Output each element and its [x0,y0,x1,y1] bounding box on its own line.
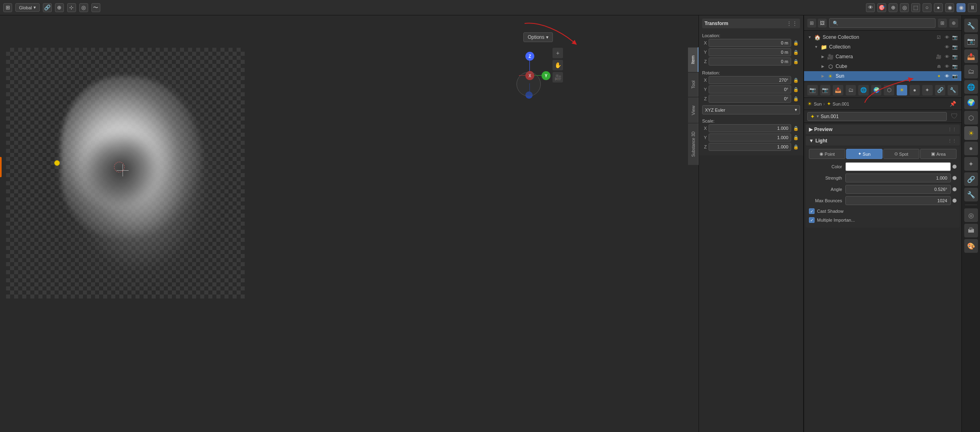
collection-cam[interactable]: 📷 [952,44,958,50]
ri-constraints-icon[interactable]: 🔗 [964,172,978,186]
outliner-filter-icon[interactable]: ⊞ [938,19,947,28]
sun-cam[interactable]: 📷 [952,74,958,79]
prop-view-layer-icon[interactable]: 🗂 [846,85,856,95]
ri-particles-icon[interactable]: ✦ [964,157,978,171]
scale-y-field[interactable] [709,133,791,142]
prop-output-icon[interactable]: 📤 [833,85,843,95]
sidebar-tab-substance[interactable]: Substance 3D [688,123,698,165]
scene-collection-check[interactable]: ☑ [936,35,942,40]
proportional-icon[interactable]: ◎ [79,3,88,12]
collection-eye[interactable]: 👁 [944,44,950,49]
multiple-importance-checkbox[interactable]: ✓ [809,217,815,223]
ri-scene2-icon[interactable]: 🌐 [964,80,978,94]
rot-z-lock[interactable]: 🔒 [792,95,800,103]
camera-icon[interactable]: 🎥 [552,72,563,83]
wireframe-icon[interactable]: ○ [923,3,931,12]
sun-eye[interactable]: 👁 [944,74,950,78]
ri-output-icon[interactable]: 📤 [964,49,978,63]
pause-icon[interactable]: ⏸ [968,3,977,12]
pin-icon[interactable]: 📌 [948,99,958,109]
pan-icon[interactable]: ✋ [552,60,563,70]
outliner-add-icon[interactable]: ⊕ [949,19,958,28]
nav-z-button[interactable]: Z [525,52,534,61]
rotation-mode-dropdown[interactable]: XYZ Euler ▾ [702,105,800,114]
prop-object-data-icon[interactable]: ☀ [897,85,907,95]
cube-eye[interactable]: 👁 [944,64,950,69]
data-name-dropdown-icon[interactable]: ▾ [817,114,819,119]
link-icon[interactable]: 🔗 [43,3,52,12]
tree-cube[interactable]: ▶ ⬡ Cube ⋒ 👁 📷 [804,61,961,71]
viewport-shading-icon[interactable]: 🎯 [877,3,886,12]
global-dropdown[interactable]: Global ▾ [15,3,40,12]
cast-shadow-checkbox[interactable]: ✓ [809,208,815,214]
prop-world-icon[interactable]: 🌍 [871,85,882,95]
sidebar-tab-tool[interactable]: Tool [688,72,698,97]
loc-z-field[interactable] [709,57,791,66]
prop-object-icon[interactable]: ⬡ [884,85,894,95]
options-button[interactable]: Options ▾ [523,32,553,42]
ri-world-icon[interactable]: 🌍 [964,95,978,109]
gizmo-icon[interactable]: ◎ [900,3,909,12]
prop-particles-icon[interactable]: ✦ [922,85,933,95]
scale-x-field[interactable] [709,124,791,132]
max-bounces-field[interactable]: 1024 [845,196,951,205]
ri-tools-icon[interactable]: 🔧 [964,19,978,32]
color-field[interactable] [845,162,951,171]
prop-constraints-icon[interactable]: 🔗 [935,85,946,95]
loc-x-field[interactable] [709,39,791,47]
prop-material-icon[interactable]: ● [910,85,920,95]
ri-extra3-icon[interactable]: 🎨 [964,239,978,253]
camera-eye[interactable]: 👁 [944,54,950,59]
scene-collection-cam[interactable]: 📷 [952,35,958,40]
loc-y-field[interactable] [709,48,791,56]
angle-field[interactable]: 0.526° [845,185,951,194]
scale-x-lock[interactable]: 🔒 [792,124,800,132]
scale-y-lock[interactable]: 🔒 [792,133,800,142]
rendered-icon[interactable]: ◉ [957,3,965,12]
wave-icon[interactable]: 〜 [91,3,100,12]
tree-scene-collection[interactable]: ▼ 🏠 Scene Collection ☑ 👁 📷 [804,32,961,42]
origin-icon[interactable]: ⊕ [55,3,64,12]
scale-z-lock[interactable]: 🔒 [792,143,800,151]
nav-y-button[interactable]: Y [542,71,550,80]
ri-object-icon[interactable]: ⬡ [964,111,978,125]
cube-cam[interactable]: 📷 [952,64,958,69]
color-dot[interactable] [952,165,957,169]
outliner-search[interactable] [829,18,936,28]
rot-z-field[interactable] [709,95,791,103]
light-type-sun[interactable]: ✦ Sun [846,149,883,159]
angle-dot[interactable] [952,187,957,191]
light-header[interactable]: ▼ Light ⋮⋮ [806,136,960,146]
layout-icon[interactable]: ⊞ [3,3,12,12]
view3d-icon[interactable]: 👁 [866,3,875,12]
outliner-display-icon[interactable]: ⊞ [807,19,816,28]
ri-extra1-icon[interactable]: ◎ [964,208,978,222]
view-all-icon[interactable]: ⬚ [911,3,920,12]
snap-icon[interactable]: ⊹ [67,3,76,12]
transform-panel-header[interactable]: Transform ⋮⋮ [702,19,800,28]
prop-scene-icon[interactable]: 📷 [807,85,818,95]
data-name-input[interactable] [821,114,944,119]
ri-objectdata-icon[interactable]: ☀ [964,126,978,140]
prop-modifiers-icon[interactable]: 🔧 [948,85,958,95]
ri-extra2-icon[interactable]: 🏔 [964,224,978,237]
overlay-icon[interactable]: ⊕ [889,3,897,12]
light-type-point[interactable]: ◉ Point [809,149,845,159]
scale-z-field[interactable] [709,143,791,151]
light-type-spot[interactable]: ⊙ Spot [883,149,920,159]
scene-collection-eye[interactable]: 👁 [944,35,950,40]
sidebar-tab-item[interactable]: Item [688,47,698,72]
rot-x-field[interactable] [709,76,791,84]
preview-header[interactable]: ▶ Preview ⋮⋮ [806,125,960,134]
zoom-in-icon[interactable]: + [552,48,563,58]
max-bounces-dot[interactable] [952,199,957,203]
material-icon[interactable]: ◉ [945,3,954,12]
loc-y-lock[interactable]: 🔒 [792,48,800,56]
tree-collection[interactable]: ▼ 📁 Collection 👁 📷 [804,42,961,52]
strength-dot[interactable] [952,176,957,180]
ri-material-icon[interactable]: ● [964,142,978,155]
solid-icon[interactable]: ● [934,3,943,12]
rot-y-field[interactable] [709,85,791,93]
ri-viewlayer-icon[interactable]: 🗂 [964,65,978,78]
outliner-image-icon[interactable]: 🖼 [818,19,827,28]
